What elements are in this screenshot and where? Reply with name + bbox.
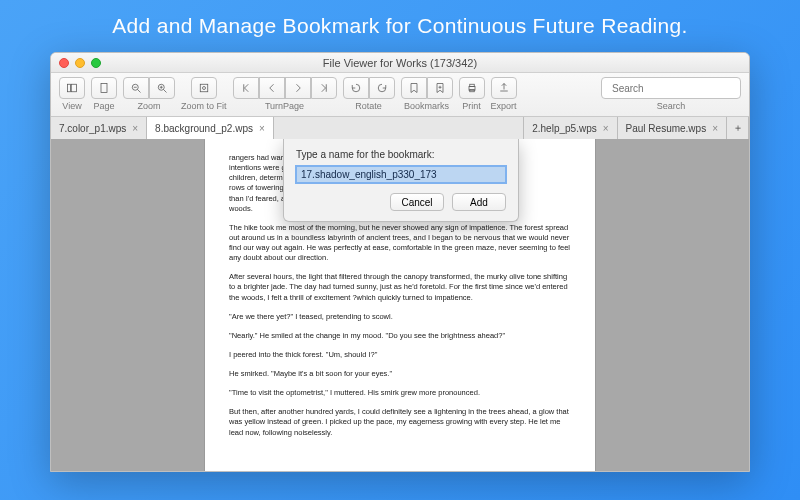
window-title: File Viewer for Works (173/342) <box>51 53 749 73</box>
toolbar-group-bookmarks: Bookmarks <box>401 77 453 111</box>
document-tab[interactable]: 2.help_p5.wps× <box>524 117 617 139</box>
svg-rect-1 <box>71 84 76 92</box>
toolbar: View Page Zoom Zoom to Fit <box>51 73 749 117</box>
document-viewport[interactable]: rangers had warned us that the trail was… <box>51 139 749 471</box>
rotate-left-button[interactable] <box>343 77 369 99</box>
close-window-button[interactable] <box>59 58 69 68</box>
next-page-button[interactable] <box>285 77 311 99</box>
search-input[interactable] <box>612 83 739 94</box>
svg-point-11 <box>202 87 205 90</box>
toolbar-group-search: Search <box>601 77 741 111</box>
export-button[interactable] <box>491 77 517 99</box>
last-page-button[interactable] <box>311 77 337 99</box>
bookmark-dialog-prompt: Type a name for the bookmark: <box>296 149 506 160</box>
rotate-right-button[interactable] <box>369 77 395 99</box>
hero-caption: Add and Manage Bookmark for Continuous F… <box>0 0 800 48</box>
add-bookmark-button[interactable] <box>427 77 453 99</box>
bookmarks-list-button[interactable] <box>401 77 427 99</box>
prev-page-button[interactable] <box>259 77 285 99</box>
close-tab-icon[interactable]: × <box>259 123 265 134</box>
svg-rect-0 <box>68 84 71 92</box>
traffic-lights <box>59 58 101 68</box>
first-page-button[interactable] <box>233 77 259 99</box>
tabbar: 7.color_p1.wps× 8.background_p2.wps× 2.h… <box>51 117 749 139</box>
zoom-window-button[interactable] <box>91 58 101 68</box>
toolbar-group-zoom: Zoom <box>123 77 175 111</box>
cancel-button[interactable]: Cancel <box>390 193 444 211</box>
zoom-in-button[interactable] <box>149 77 175 99</box>
toolbar-group-rotate: Rotate <box>343 77 395 111</box>
svg-rect-10 <box>200 84 208 92</box>
page-button[interactable] <box>91 77 117 99</box>
svg-line-7 <box>164 90 167 93</box>
view-button[interactable] <box>59 77 85 99</box>
zoom-out-button[interactable] <box>123 77 149 99</box>
new-tab-button[interactable]: ＋ <box>727 117 749 139</box>
toolbar-group-view: View <box>59 77 85 111</box>
add-button[interactable]: Add <box>452 193 506 211</box>
svg-rect-15 <box>469 84 474 86</box>
document-tab[interactable]: 8.background_p2.wps× <box>147 117 274 139</box>
minimize-window-button[interactable] <box>75 58 85 68</box>
close-tab-icon[interactable]: × <box>712 123 718 134</box>
print-button[interactable] <box>459 77 485 99</box>
bookmark-name-input[interactable] <box>296 166 506 183</box>
toolbar-group-page: Page <box>91 77 117 111</box>
search-field[interactable] <box>601 77 741 99</box>
svg-rect-2 <box>101 84 107 93</box>
close-tab-icon[interactable]: × <box>132 123 138 134</box>
toolbar-group-zoom-to-fit: Zoom to Fit <box>181 77 227 111</box>
close-tab-icon[interactable]: × <box>603 123 609 134</box>
document-tab[interactable]: 7.color_p1.wps× <box>51 117 147 139</box>
document-tab[interactable] <box>274 117 524 139</box>
toolbar-group-turnpage: TurnPage <box>233 77 337 111</box>
app-window: File Viewer for Works (173/342) View Pag… <box>50 52 750 472</box>
titlebar: File Viewer for Works (173/342) <box>51 53 749 73</box>
bookmark-dialog: Type a name for the bookmark: Cancel Add <box>283 139 519 222</box>
zoom-to-fit-button[interactable] <box>191 77 217 99</box>
document-tab[interactable]: Paul Resume.wps× <box>618 117 727 139</box>
toolbar-group-export: Export <box>491 77 517 111</box>
toolbar-group-print: Print <box>459 77 485 111</box>
svg-line-4 <box>138 90 141 93</box>
